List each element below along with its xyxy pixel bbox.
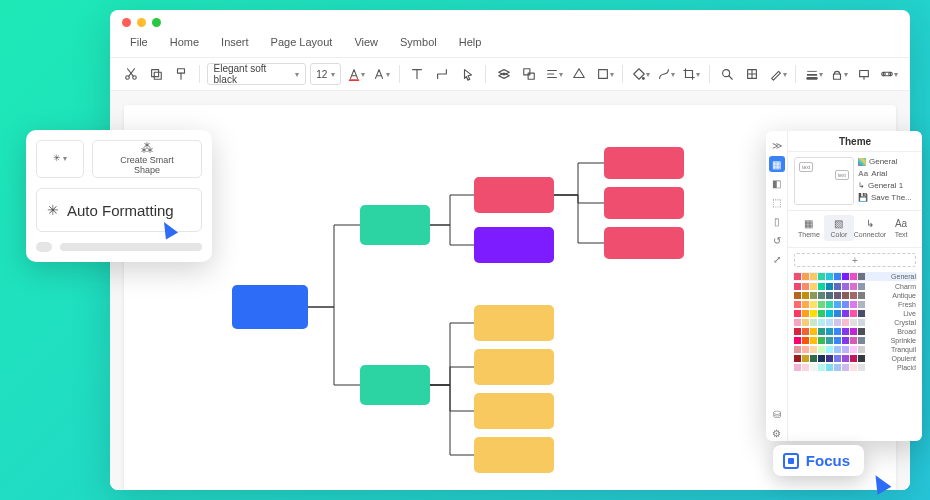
hyperlink-button[interactable]: ▾ <box>879 63 900 85</box>
auto-formatting-button[interactable]: ✳ Auto Formatting <box>36 188 202 232</box>
theme-tabs: ▦Theme ▧Color ↳Connector AaText <box>788 211 922 248</box>
swatch-cell <box>826 283 833 290</box>
menu-help[interactable]: Help <box>449 33 492 51</box>
swatch-cell <box>834 319 841 326</box>
swatch-cell <box>810 310 817 317</box>
font-color-button[interactable]: ▾ <box>345 63 366 85</box>
text-tool-button[interactable] <box>407 63 428 85</box>
lock-button[interactable]: ▾ <box>828 63 849 85</box>
line-style-button[interactable]: ▾ <box>655 63 676 85</box>
rail-layers-icon[interactable]: ⬚ <box>769 194 785 210</box>
diagram-node[interactable] <box>360 365 430 405</box>
create-smart-shape-button[interactable]: ⁂ Create Smart Shape <box>92 140 202 178</box>
theme-option[interactable]: General <box>858 157 916 166</box>
swatch-cell <box>834 283 841 290</box>
add-theme-button[interactable]: + <box>794 253 916 267</box>
slider[interactable] <box>36 242 202 252</box>
diagram-node[interactable] <box>604 187 684 219</box>
spark-icon: ✳ <box>53 154 61 164</box>
rail-history-icon[interactable]: ↺ <box>769 232 785 248</box>
diagram-node[interactable] <box>474 177 554 213</box>
swatch-row[interactable]: General <box>793 272 917 281</box>
swatch-cell <box>794 328 801 335</box>
svg-marker-13 <box>499 73 510 78</box>
spark-dropdown[interactable]: ✳ ▾ <box>36 140 84 178</box>
focus-button[interactable]: Focus <box>773 445 864 476</box>
diagram-node[interactable] <box>604 147 684 179</box>
align-button[interactable]: ▾ <box>544 63 565 85</box>
highlight-color-button[interactable]: ▾ <box>371 63 392 85</box>
swatch-row[interactable]: Fresh <box>794 301 916 308</box>
tab-color[interactable]: ▧Color <box>824 215 854 241</box>
swatch-row[interactable]: Antique <box>794 292 916 299</box>
swatch-row[interactable]: Opulent <box>794 355 916 362</box>
diagram-node[interactable] <box>474 227 554 263</box>
swatch-row[interactable]: Live <box>794 310 916 317</box>
diagram-node[interactable] <box>474 437 554 473</box>
menu-page-layout[interactable]: Page Layout <box>261 33 343 51</box>
swatch-row[interactable]: Crystal <box>794 319 916 326</box>
swatch-row[interactable]: Sprinkle <box>794 337 916 344</box>
rail-cart-icon[interactable]: ⛁ <box>769 406 785 422</box>
menu-insert[interactable]: Insert <box>211 33 259 51</box>
tab-connector[interactable]: ↳Connector <box>854 215 886 241</box>
swatch-cell <box>794 319 801 326</box>
minimize-window-icon[interactable] <box>137 18 146 27</box>
menu-home[interactable]: Home <box>160 33 209 51</box>
group-button[interactable] <box>518 63 539 85</box>
tab-theme[interactable]: ▦Theme <box>794 215 824 241</box>
theme-option[interactable]: 💾Save The... <box>858 193 916 202</box>
svg-marker-19 <box>574 69 585 78</box>
theme-option[interactable]: ↳General 1 <box>858 181 916 190</box>
tab-text[interactable]: AaText <box>886 215 916 241</box>
swatch-cell <box>810 346 817 353</box>
crop-button[interactable]: ▾ <box>680 63 701 85</box>
swatch-cell <box>858 346 865 353</box>
diagram-node[interactable] <box>474 349 554 385</box>
swatch-cell <box>818 292 825 299</box>
theme-preview[interactable] <box>794 157 854 205</box>
swatch-row[interactable]: Broad <box>794 328 916 335</box>
rail-expand-icon[interactable]: ⤢ <box>769 251 785 267</box>
pointer-tool-button[interactable] <box>457 63 478 85</box>
presentation-button[interactable] <box>854 63 875 85</box>
font-family-select[interactable]: Elegant soft black ▾ <box>207 63 307 85</box>
menu-view[interactable]: View <box>344 33 388 51</box>
swatch-cell <box>826 337 833 344</box>
same-size-button[interactable]: ▾ <box>594 63 615 85</box>
diagram-node[interactable] <box>604 227 684 259</box>
menu-symbol[interactable]: Symbol <box>390 33 447 51</box>
swatch-cell <box>834 292 841 299</box>
cut-button[interactable] <box>120 63 141 85</box>
copy-button[interactable] <box>145 63 166 85</box>
connector-tool-button[interactable] <box>432 63 453 85</box>
line-weight-button[interactable]: ▾ <box>803 63 824 85</box>
palette-icon <box>858 158 866 166</box>
menu-file[interactable]: File <box>120 33 158 51</box>
swatch-cell <box>802 364 809 371</box>
rail-page-icon[interactable]: ▯ <box>769 213 785 229</box>
send-backward-button[interactable] <box>493 63 514 85</box>
diagram-node[interactable] <box>474 393 554 429</box>
close-window-icon[interactable] <box>122 18 131 27</box>
diagram-node[interactable] <box>360 205 430 245</box>
maximize-window-icon[interactable] <box>152 18 161 27</box>
swatch-row[interactable]: Charm <box>794 283 916 290</box>
swatch-row[interactable]: Tranquil <box>794 346 916 353</box>
fill-button[interactable]: ▾ <box>630 63 651 85</box>
rail-back-icon[interactable]: ≫ <box>769 137 785 153</box>
layers-button[interactable] <box>742 63 763 85</box>
svg-rect-14 <box>524 69 530 75</box>
rail-settings-icon[interactable]: ⚙ <box>769 425 785 441</box>
rail-style-icon[interactable]: ◧ <box>769 175 785 191</box>
rail-theme-icon[interactable]: ▦ <box>769 156 785 172</box>
font-size-select[interactable]: 12 ▾ <box>310 63 341 85</box>
theme-option[interactable]: AaArial <box>858 169 916 178</box>
diagram-node[interactable] <box>474 305 554 341</box>
paint-button[interactable] <box>170 63 191 85</box>
search-button[interactable] <box>717 63 738 85</box>
diagram-node-root[interactable] <box>232 285 308 329</box>
swatch-row[interactable]: Placid <box>794 364 916 371</box>
pen-button[interactable]: ▾ <box>767 63 788 85</box>
rotate-button[interactable] <box>569 63 590 85</box>
